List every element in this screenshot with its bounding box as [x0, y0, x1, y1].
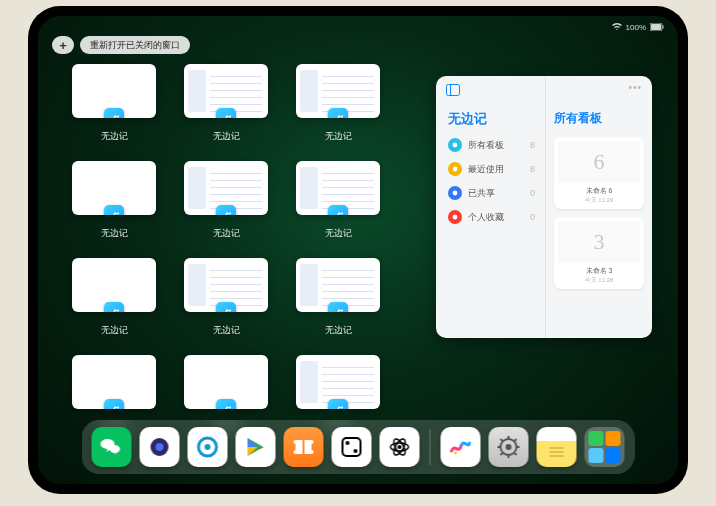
freeform-app-icon: [104, 399, 124, 409]
freeform-app-icon: [328, 399, 348, 409]
dock-qqbrowser-icon[interactable]: [188, 427, 228, 467]
app-window[interactable]: 无边记: [184, 258, 268, 337]
dock-recent-folder[interactable]: [585, 427, 625, 467]
dock-notes-icon[interactable]: [537, 427, 577, 467]
category-label: 个人收藏: [468, 211, 504, 224]
window-thumb: [72, 161, 156, 215]
app-window[interactable]: 无边记: [72, 64, 156, 143]
svg-line-28: [515, 453, 517, 455]
dock-books-icon[interactable]: [284, 427, 324, 467]
freeform-app-icon: [328, 108, 348, 118]
more-icon[interactable]: •••: [628, 82, 642, 93]
panel-app-title: 无边记: [448, 110, 535, 128]
sidebar-toggle-icon[interactable]: [446, 84, 460, 96]
category-icon: [448, 162, 462, 176]
dock-dice-icon[interactable]: [332, 427, 372, 467]
window-thumb: [184, 64, 268, 118]
dock-settings-icon[interactable]: [489, 427, 529, 467]
svg-point-8: [453, 215, 458, 220]
dock-play-icon[interactable]: [236, 427, 276, 467]
svg-point-20: [454, 452, 457, 455]
new-window-button[interactable]: +: [52, 36, 74, 54]
svg-rect-2: [663, 26, 664, 29]
window-thumb: [72, 355, 156, 409]
panel-sidebar: 无边记 所有看板8最近使用8已共享0个人收藏0: [436, 76, 546, 338]
category-label: 已共享: [468, 187, 495, 200]
board-name: 未命名 6: [558, 186, 640, 196]
svg-point-15: [354, 449, 358, 453]
app-window[interactable]: 无边记: [296, 258, 380, 337]
svg-rect-1: [651, 24, 661, 30]
category-item[interactable]: 所有看板8: [448, 138, 535, 152]
board-date: 今天 11:29: [558, 196, 640, 205]
reopen-closed-window-button[interactable]: 重新打开已关闭的窗口: [80, 36, 190, 54]
freeform-app-icon: [216, 302, 236, 312]
category-label: 所有看板: [468, 139, 504, 152]
freeform-panel[interactable]: ••• 无边记 所有看板8最近使用8已共享0个人收藏0 所有看板 6未命名 6今…: [436, 76, 652, 338]
panel-section-title: 所有看板: [554, 110, 644, 127]
dock-wechat-icon[interactable]: [92, 427, 132, 467]
svg-point-14: [346, 441, 350, 445]
board-date: 今天 11:28: [558, 276, 640, 285]
category-item[interactable]: 个人收藏0: [448, 210, 535, 224]
window-grid: 无边记无边记无边记无边记无边记无边记无边记无边记无边记无边记无边记无边记: [72, 64, 402, 434]
window-thumb: [296, 161, 380, 215]
status-right: 100%: [612, 23, 664, 32]
board-thumb: 6: [558, 141, 640, 183]
svg-point-22: [506, 444, 512, 450]
category-item[interactable]: 已共享0: [448, 186, 535, 200]
category-item[interactable]: 最近使用8: [448, 162, 535, 176]
svg-point-7: [453, 191, 458, 196]
freeform-app-icon: [104, 108, 124, 118]
window-thumb: [296, 355, 380, 409]
svg-line-30: [515, 439, 517, 441]
window-label: 无边记: [101, 324, 128, 337]
svg-point-5: [453, 143, 458, 148]
ipad-frame: 100% + 重新打开已关闭的窗口 无边记无边记无边记无边记无边记无边记无边记无…: [28, 6, 688, 494]
svg-point-6: [453, 167, 458, 172]
battery-pct: 100%: [626, 23, 646, 32]
battery-icon: [650, 23, 664, 31]
freeform-app-icon: [216, 399, 236, 409]
window-thumb: [72, 258, 156, 312]
window-label: 无边记: [213, 227, 240, 240]
window-thumb: [296, 258, 380, 312]
category-count: 0: [530, 212, 535, 222]
category-icon: [448, 210, 462, 224]
window-label: 无边记: [213, 130, 240, 143]
window-label: 无边记: [325, 130, 352, 143]
app-window[interactable]: 无边记: [72, 161, 156, 240]
window-thumb: [184, 258, 268, 312]
freeform-app-icon: [216, 205, 236, 215]
svg-point-12: [205, 444, 211, 450]
window-thumb: [184, 355, 268, 409]
app-window[interactable]: 无边记: [296, 64, 380, 143]
freeform-app-icon: [328, 205, 348, 215]
category-count: 0: [530, 188, 535, 198]
category-icon: [448, 186, 462, 200]
window-thumb: [184, 161, 268, 215]
dock-atom-icon[interactable]: [380, 427, 420, 467]
app-window[interactable]: 无边记: [184, 161, 268, 240]
dock-freeform-icon[interactable]: [441, 427, 481, 467]
board-name: 未命名 3: [558, 266, 640, 276]
wifi-icon: [612, 23, 622, 31]
dock: [82, 420, 635, 474]
dock-separator: [430, 429, 431, 465]
app-window[interactable]: 无边记: [72, 258, 156, 337]
dock-quark-icon[interactable]: [140, 427, 180, 467]
category-count: 8: [530, 164, 535, 174]
app-window[interactable]: 无边记: [184, 64, 268, 143]
category-icon: [448, 138, 462, 152]
freeform-app-icon: [216, 108, 236, 118]
freeform-app-icon: [104, 302, 124, 312]
category-count: 8: [530, 140, 535, 150]
window-label: 无边记: [325, 324, 352, 337]
svg-rect-3: [447, 85, 460, 96]
window-thumb: [296, 64, 380, 118]
board-card[interactable]: 3未命名 3今天 11:28: [554, 217, 644, 289]
board-card[interactable]: 6未命名 6今天 11:29: [554, 137, 644, 209]
freeform-app-icon: [104, 205, 124, 215]
svg-line-27: [501, 439, 503, 441]
app-window[interactable]: 无边记: [296, 161, 380, 240]
